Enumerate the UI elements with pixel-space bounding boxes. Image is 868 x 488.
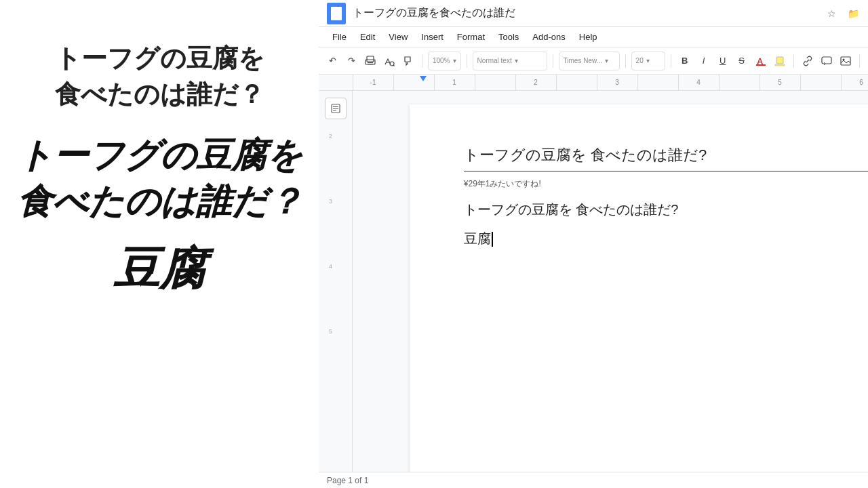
svg-rect-5	[368, 62, 373, 63]
separator-7	[859, 54, 860, 68]
svg-rect-41	[333, 106, 338, 107]
highlight-button[interactable]	[772, 52, 788, 70]
left-panel: トーフグの豆腐を 食べたのは誰だ？ トーフグの豆腐を 食べたのは誰だ？ 豆腐	[0, 0, 319, 488]
handwritten-text: トーフグの豆腐を 食べたのは誰だ？	[17, 133, 302, 224]
vertical-ruler: 2 3 4 5	[319, 131, 332, 472]
style-arrow: ▾	[515, 57, 518, 64]
svg-rect-3	[367, 56, 374, 62]
image-button[interactable]	[837, 52, 854, 70]
comment-button[interactable]	[818, 52, 835, 70]
menu-addons[interactable]: Add-ons	[527, 29, 570, 45]
separator-6	[793, 54, 794, 68]
svg-rect-42	[333, 108, 338, 109]
document-area: 2 3 4 5 トーフグの豆腐を 食べたのは誰だ? ¥29年1みたいですね! ト…	[319, 91, 868, 472]
ruler-num-4: 4	[329, 262, 332, 327]
cursor-text: 豆腐	[464, 230, 491, 248]
page-info: Page 1 of 1	[327, 476, 368, 485]
google-docs-panel: トーフグの豆腐を食べたのは誰だ ☆ 📁 Last edit was 49 min…	[319, 0, 868, 488]
svg-rect-11	[775, 64, 785, 66]
style-select[interactable]: Normal text ▾	[473, 52, 547, 70]
menu-file[interactable]: File	[327, 29, 352, 45]
left-title: トーフグの豆腐を 食べたのは誰だ？	[55, 41, 264, 113]
undo-button[interactable]: ↶	[324, 52, 340, 70]
menu-insert[interactable]: Insert	[416, 29, 449, 45]
text-cursor	[492, 232, 493, 247]
ruler-numbers: -1 1 2 3 4 5 6 7	[353, 79, 868, 86]
separator-5	[671, 54, 671, 68]
text-color-button[interactable]: A	[753, 52, 769, 70]
handwritten-small-text: 豆腐	[113, 243, 205, 295]
title-line2: 食べたのは誰だ？	[55, 80, 264, 108]
separator-1	[422, 54, 422, 68]
document-page[interactable]: トーフグの豆腐を 食べたのは誰だ? ¥29年1みたいですね! トーフグの豆腐を …	[410, 104, 868, 472]
handwritten-line2: 食べたのは誰だ？	[17, 182, 302, 221]
ruler-num-3: 3	[329, 197, 332, 262]
star-icon[interactable]: ☆	[823, 5, 840, 22]
font-value: Times New...	[564, 57, 602, 64]
underline-button[interactable]: U	[715, 52, 731, 70]
svg-rect-13	[841, 57, 850, 65]
ruler: -1 1 2 3 4 5 6 7	[319, 75, 868, 91]
document-cursor-line[interactable]: 豆腐	[464, 230, 868, 248]
fontsize-value: 20	[636, 57, 644, 64]
link-button[interactable]	[800, 52, 816, 70]
menu-edit[interactable]: Edit	[355, 29, 380, 45]
svg-rect-1	[333, 13, 339, 14]
title-action-icons: ☆ 📁	[823, 5, 861, 22]
ruler-marker[interactable]	[419, 75, 427, 83]
paint-format-button[interactable]	[400, 52, 416, 70]
svg-rect-43	[333, 110, 336, 111]
svg-rect-12	[822, 57, 831, 64]
separator-4	[625, 54, 626, 68]
menu-format[interactable]: Format	[452, 29, 490, 45]
bold-button[interactable]: B	[677, 52, 693, 70]
style-value: Normal text	[477, 57, 512, 64]
spellcheck-button[interactable]	[381, 52, 397, 70]
menu-tools[interactable]: Tools	[493, 29, 524, 45]
menu-view[interactable]: View	[383, 29, 413, 45]
svg-marker-39	[420, 76, 427, 81]
ruler-num-2: 2	[329, 131, 332, 197]
doc-sidebar: 2 3 4 5	[319, 91, 353, 472]
print-button[interactable]	[362, 52, 378, 70]
separator-2	[467, 54, 467, 68]
italic-button[interactable]: I	[696, 52, 712, 70]
handwritten-small: 豆腐	[17, 239, 302, 300]
bottom-bar: Page 1 of 1	[319, 472, 868, 488]
fontsize-select[interactable]: 20 ▾	[631, 52, 665, 70]
zoom-value: 100%	[433, 57, 450, 64]
document-subtext: ¥29年1みたいですね!	[464, 178, 868, 190]
ruler-num-5: 5	[329, 327, 332, 392]
separator-3	[553, 54, 553, 68]
handwritten-line1: トーフグの豆腐を	[17, 136, 302, 175]
svg-rect-10	[776, 57, 783, 64]
zoom-select[interactable]: 100% ▾	[428, 52, 461, 70]
document-main[interactable]: トーフグの豆腐を 食べたのは誰だ? ¥29年1みたいですね! トーフグの豆腐を …	[353, 91, 868, 472]
folder-icon[interactable]: 📁	[845, 5, 861, 22]
svg-rect-6	[368, 64, 373, 64]
toolbar: ↶ ↷ 100% ▾ Normal text ▾ Times New...	[319, 47, 868, 75]
document-heading[interactable]: トーフグの豆腐を 食べたのは誰だ?	[464, 145, 868, 171]
document-outline-button[interactable]	[325, 98, 347, 119]
document-title[interactable]: トーフグの豆腐を食べたのは誰だ	[353, 6, 816, 20]
title-bar: トーフグの豆腐を食べたのは誰だ ☆ 📁 Last edit was 49 min…	[319, 0, 868, 27]
zoom-arrow: ▾	[453, 57, 456, 64]
redo-button[interactable]: ↷	[343, 52, 359, 70]
handwritten-section: トーフグの豆腐を 食べたのは誰だ？ 豆腐	[17, 133, 302, 300]
doc-app-icon	[327, 3, 346, 24]
align-button[interactable]	[865, 52, 868, 70]
svg-rect-0	[333, 11, 339, 12]
fontsize-arrow: ▾	[646, 57, 650, 64]
svg-rect-9	[756, 64, 766, 66]
title-line1: トーフグの豆腐を	[55, 44, 264, 73]
font-select[interactable]: Times New... ▾	[559, 52, 620, 70]
menu-help[interactable]: Help	[574, 29, 603, 45]
document-body-line[interactable]: トーフグの豆腐を 食べたのは誰だ?	[464, 201, 868, 219]
menu-bar: File Edit View Insert Format Tools Add-o…	[319, 27, 868, 47]
strikethrough-button[interactable]: S	[734, 52, 750, 70]
svg-rect-2	[333, 14, 337, 15]
font-arrow: ▾	[605, 57, 608, 64]
